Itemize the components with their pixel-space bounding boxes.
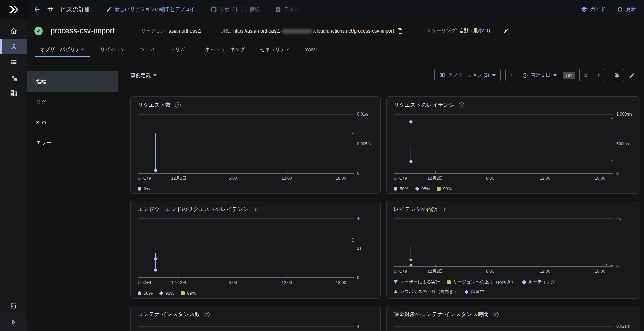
- time-forward-button[interactable]: [592, 69, 605, 81]
- legend-item[interactable]: ルーティング: [522, 279, 556, 285]
- annotations-label: アノテーション (2): [448, 72, 489, 78]
- y-tick-label: 0.005/s: [357, 142, 371, 146]
- tab-observability[interactable]: オブザーバビリティ: [33, 43, 93, 57]
- chevron-right-icon: [596, 73, 601, 78]
- x-tick-label: 12月2日: [427, 176, 443, 181]
- zoom-out-icon: [583, 73, 589, 78]
- service-url: URL: https://asia-northeast1-.cloudfunct…: [220, 28, 394, 34]
- legend-diamond-icon: [465, 290, 469, 294]
- legend-label: リージョンへの上り（内向き）: [453, 279, 516, 285]
- notifications-off-button[interactable]: [610, 69, 624, 81]
- legend-item[interactable]: 99%: [181, 291, 196, 296]
- google-cloud-logo[interactable]: [0, 0, 27, 19]
- data-point-dot: [611, 160, 612, 161]
- legend-label: ユーザーによる実行: [400, 279, 440, 285]
- timezone-axis-label: UTC+9: [394, 176, 407, 181]
- legend-item[interactable]: 95%: [159, 291, 174, 296]
- data-point-dot: [611, 118, 612, 119]
- url-value[interactable]: https://asia-northeast1-.cloudfunctions.…: [233, 28, 394, 34]
- help-icon[interactable]: ?: [253, 207, 258, 212]
- x-tick-label: 6:00: [486, 269, 494, 274]
- chart-title: レイテンシの内訳: [394, 206, 438, 213]
- guide-button[interactable]: ガイド: [581, 6, 605, 13]
- legend-item[interactable]: 95%: [415, 186, 430, 191]
- edit-scaling-button[interactable]: [503, 28, 509, 34]
- release-notes-button[interactable]: [0, 298, 27, 313]
- chart-canvas: 1,000ms500ms012月2日6:0012:0018:00UTC+9: [394, 111, 633, 182]
- help-icon[interactable]: ?: [459, 102, 464, 108]
- time-range-dropdown[interactable]: 直近 1 日 JST: [518, 69, 579, 81]
- tab-yaml[interactable]: YAML: [298, 43, 325, 57]
- annotation-icon: [439, 73, 445, 78]
- topbar-right-actions: ガイド 更新: [581, 6, 636, 13]
- chart-title: エンドツーエンドのリクエストのレイテンシ: [138, 206, 248, 213]
- legend-item[interactable]: レスポンスの下り（外向き）: [394, 289, 458, 295]
- legend-label: 2xx: [144, 186, 150, 191]
- time-back-button[interactable]: [506, 69, 518, 81]
- help-icon[interactable]: ?: [204, 312, 210, 317]
- legend-item[interactable]: 50%: [394, 186, 408, 191]
- tab-security[interactable]: セキュリティ: [253, 43, 298, 57]
- y-tick-label: 0.01/s: [357, 112, 368, 117]
- service-tabs: オブザーバビリティ リビジョン ソース トリガー ネットワーキング セキュリティ…: [27, 43, 644, 57]
- refresh-button[interactable]: 更新: [617, 6, 636, 13]
- chart-canvas: 4: [138, 324, 374, 331]
- help-icon[interactable]: ?: [493, 312, 499, 317]
- chart-title: リクエスト数: [138, 102, 171, 109]
- nav-settings[interactable]: [0, 70, 27, 85]
- tab-source[interactable]: ソース: [133, 43, 162, 57]
- subnav-metrics[interactable]: 指標: [27, 71, 118, 92]
- subnav-errors[interactable]: エラー: [27, 132, 118, 153]
- help-icon[interactable]: ?: [175, 102, 181, 108]
- legend-item[interactable]: 2xx: [138, 186, 150, 191]
- nav-domain[interactable]: [0, 85, 27, 101]
- expand-panel-icon: [10, 319, 17, 326]
- edit-deploy-button[interactable]: 新しいリビジョンの編集とデプロイ: [106, 6, 195, 13]
- x-tick-label: 18:00: [595, 176, 605, 181]
- annotations-dropdown[interactable]: アノテーション (2): [434, 69, 501, 81]
- predefined-dropdown[interactable]: 事前定義: [130, 72, 157, 79]
- y-tick-label: 4s: [357, 216, 361, 221]
- legend-item[interactable]: 50%: [138, 291, 153, 296]
- edit-dashboard-button[interactable]: [629, 72, 635, 79]
- nav-list[interactable]: [0, 54, 27, 70]
- tab-networking[interactable]: ネットワーキング: [198, 43, 253, 57]
- legend-item[interactable]: 保留中: [465, 289, 484, 295]
- connect-repo-button[interactable]: リポジトリに接続: [210, 6, 259, 13]
- legend-square-icon: [447, 280, 451, 284]
- x-tick-label: 6:00: [229, 280, 237, 285]
- service-network-icon: [10, 43, 18, 50]
- scaling-value: 自動（最小: 0）: [459, 28, 493, 34]
- tab-triggers[interactable]: トリガー: [163, 43, 198, 57]
- legend-item[interactable]: 99%: [437, 186, 452, 191]
- legend-item[interactable]: リージョンへの上り（内向き）: [447, 279, 516, 285]
- x-tick-label: 18:00: [595, 269, 605, 274]
- school-icon: [581, 6, 587, 13]
- zoom-out-button[interactable]: [579, 69, 592, 81]
- test-button[interactable]: テスト: [275, 6, 299, 13]
- legend-circle-icon: [394, 187, 397, 191]
- service-header: process-csv-import リージョン: asia-northeast…: [27, 19, 644, 43]
- nav-home[interactable]: [0, 23, 27, 39]
- expand-panel-button[interactable]: [0, 313, 27, 331]
- tab-revisions[interactable]: リビジョン: [93, 43, 133, 57]
- charts-grid: リクエスト数?0.01/s0.005/s012月2日6:0012:0018:00…: [130, 96, 644, 331]
- y-tick-label: 0: [357, 171, 359, 176]
- chart-card-container-instances: コンテナ インスタンス数?4: [130, 306, 381, 331]
- x-tick-label: 12:00: [282, 280, 292, 285]
- copy-url-button[interactable]: [397, 28, 403, 34]
- back-button[interactable]: [33, 6, 41, 13]
- data-point-circle: [154, 169, 157, 172]
- nav-cloud-run-services[interactable]: [0, 39, 27, 54]
- chevron-down-icon: [153, 74, 157, 76]
- legend-item[interactable]: ユーザーによる実行: [394, 279, 440, 285]
- legend-diamond-icon: [159, 291, 163, 295]
- service-name: process-csv-import: [51, 26, 115, 35]
- subnav-slo[interactable]: SLO: [27, 112, 118, 132]
- subnav-logs[interactable]: ログ: [27, 92, 118, 112]
- timezone-badge[interactable]: JST: [563, 72, 575, 79]
- timezone-axis-label: UTC+9: [138, 280, 151, 285]
- help-icon[interactable]: ?: [442, 207, 447, 212]
- url-label: URL:: [220, 28, 231, 34]
- x-tick-label: 6:00: [229, 176, 237, 181]
